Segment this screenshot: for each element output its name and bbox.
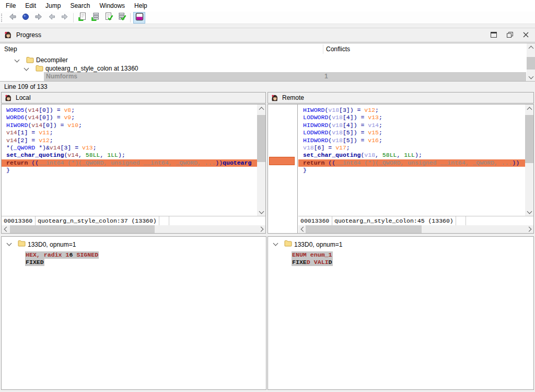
status-empty-cell [466, 216, 533, 225]
scroll-up-button[interactable] [527, 43, 535, 51]
folder-icon [26, 56, 34, 63]
scroll-up-button[interactable] [525, 105, 533, 112]
scroll-right-button[interactable] [258, 225, 265, 233]
chevron-right-icon [526, 227, 531, 232]
local-pane-title: Local [16, 94, 31, 101]
tree-row-decompiler[interactable]: Decompiler [36, 56, 68, 64]
code-line[interactable]: v18[6] = v17; [303, 144, 525, 152]
chevron-down-icon[interactable] [24, 66, 29, 71]
code-line[interactable]: } [303, 167, 525, 174]
code-line[interactable]: v14[2] = v12; [6, 137, 257, 144]
folder-icon [284, 240, 292, 247]
code-line[interactable]: v14[1] = v11; [6, 129, 257, 136]
scrollbar-thumb[interactable] [525, 115, 533, 163]
status-address: 00013360 [2, 216, 36, 225]
menu-item-edit[interactable]: Edit [20, 0, 41, 11]
menu-bar: FileEditJumpSearchWindowsHelp [0, 0, 535, 11]
jump-next-button[interactable] [59, 12, 71, 24]
document-green-button[interactable] [76, 12, 88, 24]
column-header-step[interactable]: Step [4, 45, 17, 53]
document-check-button[interactable] [102, 12, 114, 24]
remote-pseudocode-view[interactable]: HIWORD(v18[3]) = v12;LODWORD(v18[4]) = v… [298, 105, 525, 216]
local-vertical-scrollbar[interactable] [257, 105, 265, 216]
local-pseudocode-view[interactable]: WORD5(v14[0]) = v8;WORD6(v14[0]) = v9;HI… [2, 105, 257, 216]
progress-window-titlebar[interactable]: Progress [0, 28, 535, 42]
code-line[interactable]: HIWORD(v14[0]) = v10; [6, 122, 257, 129]
chevron-down-icon[interactable] [273, 241, 278, 246]
menu-item-file[interactable]: File [1, 0, 20, 11]
scroll-down-button[interactable] [257, 208, 265, 216]
column-header-conflicts[interactable]: Conflicts [326, 45, 350, 53]
code-line[interactable]: LODWORD(v18[5]) = v15; [303, 129, 525, 136]
scroll-right-button[interactable] [526, 225, 533, 233]
tree-row-numforms-selected[interactable]: Numforms 1 [44, 72, 526, 81]
nav-current-button[interactable] [19, 12, 31, 24]
code-line[interactable]: WORD6(v14[0]) = v9; [6, 114, 257, 121]
local-horizontal-scrollbar[interactable] [2, 225, 265, 233]
local-pane-header[interactable]: Local [1, 92, 266, 103]
column-divider[interactable] [323, 44, 323, 54]
toolbar-separator [73, 13, 74, 22]
document-stack-green-button[interactable] [89, 12, 101, 24]
status-empty-cell [159, 216, 169, 225]
remote-vertical-scrollbar[interactable] [525, 105, 533, 216]
scroll-left-button[interactable] [298, 225, 306, 233]
scroll-up-button[interactable] [257, 105, 265, 112]
remote-code-pane: HIWORD(v18[3]) = v12;LODWORD(v18[4]) = v… [268, 104, 534, 234]
nav-forward-button[interactable] [32, 12, 44, 24]
close-button[interactable] [518, 29, 534, 41]
code-line[interactable]: LODWORD(v18[4]) = v13; [303, 114, 525, 121]
menu-item-jump[interactable]: Jump [41, 0, 65, 11]
remote-horizontal-scrollbar[interactable] [298, 225, 533, 233]
maximize-button[interactable] [485, 29, 502, 41]
folder-icon [18, 240, 26, 247]
code-line-highlighted[interactable]: return ((__int64 (*)(_QWORD, unsigned __… [2, 159, 257, 167]
operand-node-label[interactable]: 133D0, opnum=1 [28, 241, 76, 248]
scroll-down-button[interactable] [527, 73, 535, 81]
menu-item-help[interactable]: Help [130, 0, 152, 11]
jump-previous-button[interactable] [45, 12, 57, 24]
detail-line[interactable]: ENUM enum_1 [292, 251, 333, 259]
merge-window-icon [135, 12, 144, 23]
remote-operand-options: ENUM enum_1FIXED VALID [292, 251, 333, 266]
scrollbar-thumb[interactable] [10, 225, 155, 233]
toolbar-grip[interactable] [1, 14, 4, 22]
diff-position-marker[interactable] [269, 157, 295, 165]
menu-item-windows[interactable]: Windows [95, 0, 130, 11]
chevron-left-icon [4, 227, 9, 232]
chevron-left-icon [300, 227, 306, 232]
scroll-left-button[interactable] [2, 225, 9, 233]
detail-line[interactable]: FIXED [25, 259, 44, 266]
scrollbar-thumb[interactable] [306, 225, 422, 233]
remote-pane-header[interactable]: Remote [268, 92, 534, 103]
status-empty-cell [169, 216, 265, 225]
nav-back-button[interactable] [6, 12, 18, 24]
menu-item-search[interactable]: Search [65, 0, 95, 11]
code-line[interactable]: *(_QWORD *)&v14[3] = v13; [6, 144, 257, 152]
document-stack-check-button[interactable] [115, 12, 127, 24]
code-line[interactable]: HIWORD(v18[3]) = v12; [303, 107, 525, 114]
scrollbar-thumb[interactable] [257, 115, 265, 162]
window-title: Progress [16, 31, 41, 39]
restore-button[interactable] [502, 29, 518, 41]
detail-line[interactable]: HEX, radix 16 SIGNED [25, 251, 99, 259]
tree-vertical-scrollbar[interactable] [527, 43, 535, 81]
arrow-right-icon [60, 12, 69, 23]
scrollbar-thumb[interactable] [527, 57, 535, 70]
chevron-down-icon[interactable] [7, 241, 12, 246]
local-operand-options: HEX, radix 16 SIGNEDFIXED [25, 251, 99, 266]
operand-node-label[interactable]: 133D0, opnum=1 [294, 241, 342, 248]
scroll-down-button[interactable] [525, 208, 533, 216]
detail-line[interactable]: FIXED VALID [292, 259, 333, 266]
code-line[interactable]: } [6, 167, 257, 174]
code-line[interactable]: WORD5(v14[0]) = v8; [6, 107, 257, 114]
code-line-highlighted[interactable]: return ((__int64 (*)(_QWORD, unsigned __… [298, 159, 525, 167]
remote-diff-margin [268, 105, 298, 233]
chevron-down-icon[interactable] [15, 57, 20, 63]
merge-window-button[interactable] [133, 12, 145, 24]
code-line[interactable]: HIDWORD(v18[5]) = v16; [303, 137, 525, 144]
tree-row-function[interactable]: quotearg_n_style_colon at 13360 [45, 64, 138, 73]
code-line[interactable]: set_char_quoting(v14, 58LL, 1LL); [6, 152, 257, 159]
code-line[interactable]: HIDWORD(v18[4]) = v14; [303, 122, 525, 129]
code-line[interactable]: set_char_quoting(v18, 58LL, 1LL); [303, 152, 525, 159]
